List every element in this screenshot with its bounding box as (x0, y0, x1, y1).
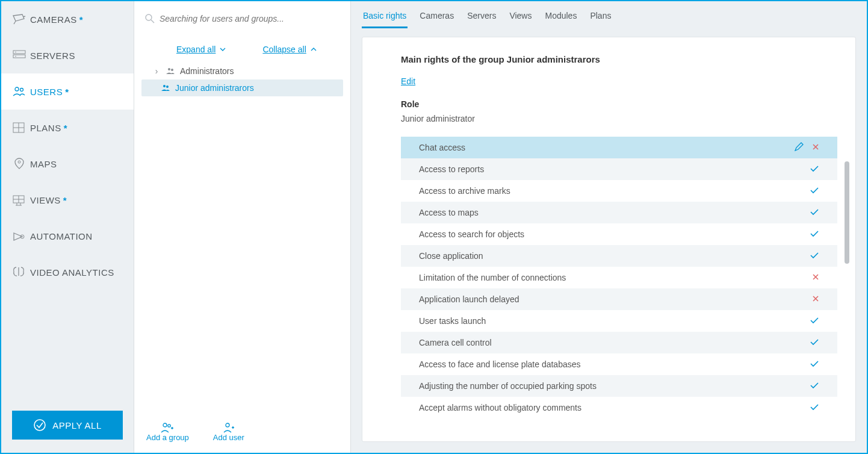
sidebar-item-label: VIEWS (30, 195, 61, 205)
permission-label: Access to search for objects (419, 229, 524, 239)
check-icon (810, 359, 819, 369)
camera-icon (12, 13, 30, 26)
chevron-up-icon (310, 46, 317, 53)
apply-all-label: APPLY ALL (52, 420, 102, 431)
group-icon (161, 84, 170, 92)
tab-views[interactable]: Views (508, 7, 533, 28)
tab-plans[interactable]: Plans (589, 7, 612, 28)
side-nav: CAMERAS * SERVERS USERS * PLANS * (1, 1, 134, 411)
tab-servers[interactable]: Servers (466, 7, 497, 28)
chevron-down-icon (219, 46, 226, 53)
check-icon (810, 208, 819, 217)
apply-all-button[interactable]: APPLY ALL (12, 411, 123, 440)
tab-basic-rights[interactable]: Basic rights (362, 7, 408, 28)
tab-cameras[interactable]: Cameras (418, 7, 455, 28)
check-circle-icon (33, 418, 46, 432)
automation-icon (12, 229, 30, 243)
role-value: Junior administrator (401, 114, 855, 123)
permission-row[interactable]: Chat access (401, 137, 837, 158)
dirty-star-icon: * (79, 14, 83, 25)
permission-label: Adjusting the number of occupied parking… (419, 381, 597, 391)
user-tree-panel: Expand all Collapse all › Administrators… (134, 1, 351, 453)
group-icon (166, 67, 175, 75)
check-icon (810, 403, 819, 412)
role-label: Role (401, 99, 855, 109)
permission-row[interactable]: Application launch delayed (401, 288, 837, 310)
check-icon (810, 186, 819, 196)
server-icon (12, 49, 30, 62)
check-icon (810, 164, 819, 174)
svg-point-4 (15, 87, 19, 91)
sidebar-item-views[interactable]: VIEWS * (1, 182, 134, 218)
edit-icon[interactable] (794, 142, 804, 154)
permission-row[interactable]: Access to search for objects (401, 223, 837, 245)
svg-point-14 (226, 423, 229, 427)
sidebar-item-label: SERVERS (30, 51, 75, 61)
sidebar-item-plans[interactable]: PLANS * (1, 110, 134, 146)
dirty-star-icon: * (64, 123, 67, 133)
permission-row[interactable]: Adjusting the number of occupied parking… (401, 375, 837, 397)
sidebar-item-cameras[interactable]: CAMERAS * (1, 1, 134, 37)
sidebar-item-label: VIDEO ANALYTICS (30, 267, 114, 278)
permission-label: Close application (419, 251, 483, 261)
svg-point-5 (20, 89, 23, 92)
tabs: Basic rights Cameras Servers Views Modul… (351, 1, 867, 28)
collapse-all-link[interactable]: Collapse all (262, 45, 317, 54)
edit-link[interactable]: Edit (401, 76, 415, 86)
rights-card: Main rights of the group Junior administ… (362, 37, 856, 442)
permission-label: Access to maps (419, 208, 479, 217)
add-user-button[interactable]: Add user (213, 422, 244, 442)
scrollbar-thumb[interactable] (845, 161, 849, 264)
tree-node-junior-admins[interactable]: Junior administrarors (141, 79, 343, 96)
sidebar-item-label: PLANS (30, 123, 61, 133)
check-icon (810, 229, 819, 239)
svg-point-11 (146, 14, 152, 20)
permission-row[interactable]: Access to reports (401, 158, 837, 180)
svg-point-10 (34, 420, 45, 431)
permission-row[interactable]: Close application (401, 245, 837, 267)
search-icon (145, 14, 155, 23)
sidebar-item-servers[interactable]: SERVERS (1, 37, 134, 73)
permission-label: Access to archive marks (419, 186, 510, 196)
svg-point-2 (15, 52, 16, 53)
brain-icon (12, 266, 30, 279)
search-input[interactable] (160, 14, 339, 23)
card-title: Main rights of the group Junior administ… (401, 54, 855, 64)
chevron-right-icon: › (152, 66, 161, 76)
permission-label: Application launch delayed (419, 294, 519, 304)
maps-icon (12, 157, 30, 170)
permission-label: Camera cell control (419, 338, 492, 347)
permission-row[interactable]: User tasks launch (401, 310, 837, 332)
tab-modules[interactable]: Modules (544, 7, 578, 28)
permission-label: Chat access (419, 143, 465, 152)
x-icon (812, 273, 819, 282)
permission-row[interactable]: Accept alarms without obligatory comment… (401, 397, 837, 418)
expand-all-link[interactable]: Expand all (176, 45, 226, 54)
check-icon (810, 338, 819, 347)
svg-point-7 (18, 161, 20, 163)
sidebar-item-users[interactable]: USERS * (1, 73, 134, 110)
tree-node-administrators[interactable]: › Administrators (141, 63, 343, 79)
sidebar-item-label: MAPS (30, 159, 57, 169)
plans-icon (12, 121, 30, 134)
permission-row[interactable]: Access to maps (401, 202, 837, 223)
permission-row[interactable]: Limitation of the number of connections (401, 267, 837, 288)
dirty-star-icon: * (63, 195, 67, 205)
permissions-list: Chat accessAccess to reportsAccess to ar… (401, 137, 855, 418)
permission-row[interactable]: Access to face and license plate databas… (401, 353, 837, 375)
svg-point-12 (163, 423, 167, 427)
permission-row[interactable]: Access to archive marks (401, 180, 837, 202)
permission-label: Access to face and license plate databas… (419, 359, 581, 369)
permission-label: Accept alarms without obligatory comment… (419, 403, 581, 412)
add-user-icon (222, 422, 235, 433)
sidebar-item-video-analytics[interactable]: VIDEO ANALYTICS (1, 254, 134, 290)
sidebar-item-automation[interactable]: AUTOMATION (1, 218, 134, 254)
x-icon (812, 294, 819, 304)
tree-node-label: Junior administrarors (175, 83, 254, 93)
sidebar-item-label: AUTOMATION (30, 231, 93, 241)
sidebar-item-maps[interactable]: MAPS (1, 146, 134, 182)
add-group-button[interactable]: Add a group (146, 422, 189, 442)
permission-label: Limitation of the number of connections (419, 273, 566, 282)
permission-row[interactable]: Camera cell control (401, 332, 837, 353)
svg-rect-0 (13, 51, 25, 54)
